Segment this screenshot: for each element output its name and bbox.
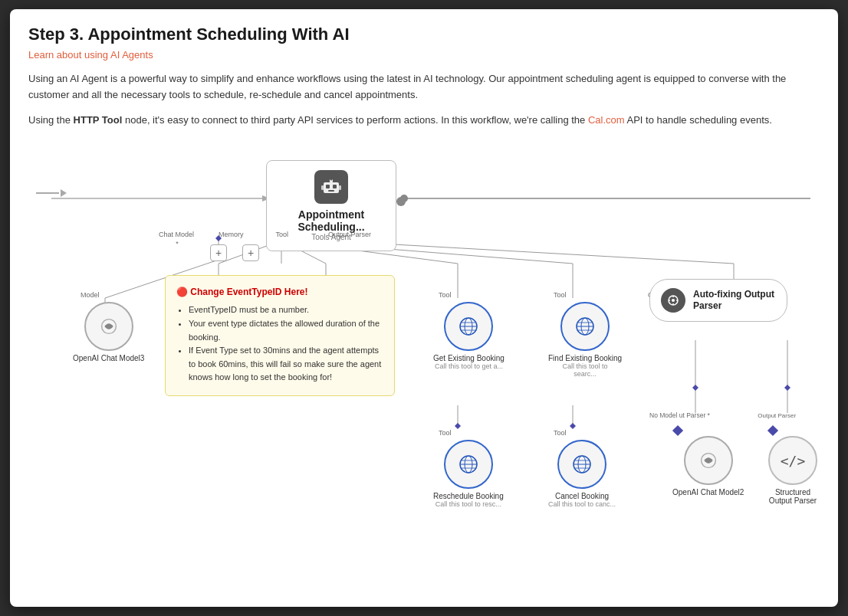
structured-label: Structured Output Parser xyxy=(766,488,820,505)
find-existing-globe-icon xyxy=(573,314,597,339)
auto-fixing-label: Auto-fixing Output Parser xyxy=(693,289,776,313)
input-arrow xyxy=(36,189,67,197)
learn-link[interactable]: Learn about using AI Agents xyxy=(28,49,820,61)
find-existing-sublabel: Call this tool to searc... xyxy=(551,362,620,378)
no-model-label: No Model ut Parser * Output Parser xyxy=(649,411,796,419)
openai1-icon xyxy=(97,315,120,338)
openai2-node[interactable]: OpenAI Chat Model2 xyxy=(672,436,744,496)
cancel-circle xyxy=(557,440,606,489)
find-existing-node[interactable]: Find Existing Booking Call this tool to … xyxy=(548,302,622,378)
tool-plus-button[interactable]: + xyxy=(242,244,259,261)
cancel-globe-icon xyxy=(570,452,594,477)
description-1: Using an AI Agent is a powerful way to s… xyxy=(28,71,820,103)
agent-title: Appointment Scheduling... xyxy=(276,208,386,233)
openai2-label: OpenAI Chat Model2 xyxy=(672,488,744,496)
highlight-item-2: Your event type dictates the allowed dur… xyxy=(189,317,383,344)
get-existing-label-top: Tool xyxy=(439,287,452,300)
description-2: Using the HTTP Tool node, it's easy to c… xyxy=(28,113,820,129)
openai1-node[interactable]: OpenAI Chat Model3 xyxy=(73,302,144,362)
get-existing-sublabel: Call this tool to get a... xyxy=(435,362,503,370)
reschedule-globe-icon xyxy=(456,452,481,477)
get-existing-node[interactable]: Get Existing Booking Call this tool to g… xyxy=(433,302,505,370)
agent-output-dot xyxy=(396,195,406,209)
chat-model-label: Chat Model xyxy=(159,231,194,238)
reschedule-label: Reschedule Booking xyxy=(433,492,504,500)
reschedule-circle xyxy=(444,440,493,489)
reschedule-node[interactable]: Reschedule Booking Call this tool to res… xyxy=(433,440,504,508)
get-existing-globe-icon xyxy=(456,314,481,339)
structured-diamond xyxy=(769,427,777,434)
output-parser-connector: Output Parser xyxy=(328,231,371,238)
find-existing-label: Find Existing Booking xyxy=(548,354,622,362)
highlight-item-1: EventTypeID must be a number. xyxy=(189,303,383,317)
reschedule-label-top: Tool xyxy=(439,424,452,438)
svg-rect-39 xyxy=(339,185,341,190)
structured-node[interactable]: </> Structured Output Parser xyxy=(766,436,820,505)
highlight-item-3: If Event Type set to 30mins and the agen… xyxy=(189,344,383,385)
svg-rect-34 xyxy=(333,185,337,188)
openai2-icon xyxy=(697,449,720,472)
highlight-list: EventTypeID must be a number. Your event… xyxy=(176,303,383,385)
agent-icon xyxy=(314,170,348,204)
memory-connector: Memory xyxy=(219,231,244,238)
svg-rect-38 xyxy=(321,185,324,190)
svg-point-66 xyxy=(672,299,675,302)
reschedule-sublabel: Call this tool to resc... xyxy=(436,500,501,508)
chat-model-connector: Chat Model * xyxy=(159,231,194,247)
cancel-sublabel: Call this tool to canc... xyxy=(548,500,616,508)
content-area: Step 3. Appointment Scheduling With AI L… xyxy=(10,9,838,607)
highlight-box: Change EventTypeID Here! EventTypeID mus… xyxy=(165,275,395,396)
openai1-circle xyxy=(84,302,133,351)
memory-plus-button[interactable]: + xyxy=(210,244,227,261)
tool-label: Tool xyxy=(276,231,289,238)
svg-rect-35 xyxy=(328,190,334,192)
robot-icon xyxy=(320,176,342,198)
tool-connector: Tool xyxy=(276,231,289,238)
find-existing-circle xyxy=(560,302,610,351)
openai1-label: OpenAI Chat Model3 xyxy=(73,354,144,362)
main-window: Step 3. Appointment Scheduling With AI L… xyxy=(10,9,838,607)
svg-marker-29 xyxy=(784,385,790,391)
get-existing-label: Get Existing Booking xyxy=(433,354,505,362)
svg-marker-31 xyxy=(570,423,576,429)
flow-diagram: Appointment Scheduling... Tools Agent Ch… xyxy=(28,137,820,566)
svg-marker-28 xyxy=(692,385,698,391)
openai1-label-top: Model xyxy=(81,287,100,300)
connector-labels-row: Chat Model * Memory Tool Output Parser xyxy=(159,231,371,247)
plus-boxes: + + xyxy=(210,244,259,261)
cancel-label-top: Tool xyxy=(554,424,567,438)
memory-label: Memory xyxy=(219,231,244,238)
wrench-icon xyxy=(661,288,685,313)
openai2-diamond xyxy=(674,427,682,434)
page-title: Step 3. Appointment Scheduling With AI xyxy=(28,25,820,44)
cancel-node[interactable]: Cancel Booking Call this tool to canc... xyxy=(548,440,616,508)
calcom-link[interactable]: Cal.com xyxy=(588,114,625,126)
cancel-label: Cancel Booking xyxy=(555,492,609,500)
output-parser-label: Output Parser xyxy=(328,231,371,238)
svg-point-37 xyxy=(330,179,333,181)
auto-fixing-node[interactable]: Auto-fixing Output Parser xyxy=(649,279,787,322)
openai2-circle xyxy=(684,436,733,485)
svg-marker-30 xyxy=(455,423,461,429)
settings-icon xyxy=(666,293,681,308)
flow-connections xyxy=(28,137,820,566)
find-existing-label-top: Tool xyxy=(554,287,567,300)
highlight-title: Change EventTypeID Here! xyxy=(176,287,383,297)
get-existing-circle xyxy=(444,302,493,351)
svg-rect-33 xyxy=(326,185,330,188)
structured-circle: </> xyxy=(768,436,817,485)
